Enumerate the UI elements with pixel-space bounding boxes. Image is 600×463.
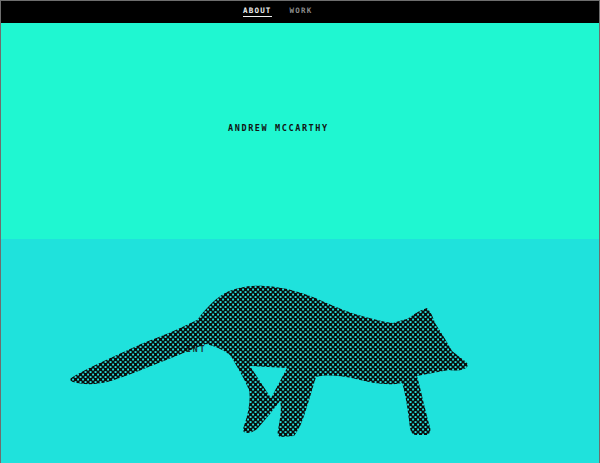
running-cat-halftone-image: [59, 278, 471, 444]
about-section: ANDREW MCCARTHY: [1, 23, 600, 239]
nav-link-about[interactable]: ABOUT: [243, 7, 272, 17]
portfolio-page: ABOUT WORK ANDREW MCCARTHY INT: [0, 0, 600, 463]
site-owner-name: ANDREW MCCARTHY: [228, 124, 329, 133]
nav-link-work[interactable]: WORK: [290, 7, 313, 17]
nav-links: ABOUT WORK: [243, 1, 312, 23]
top-nav: ABOUT WORK: [1, 1, 600, 23]
